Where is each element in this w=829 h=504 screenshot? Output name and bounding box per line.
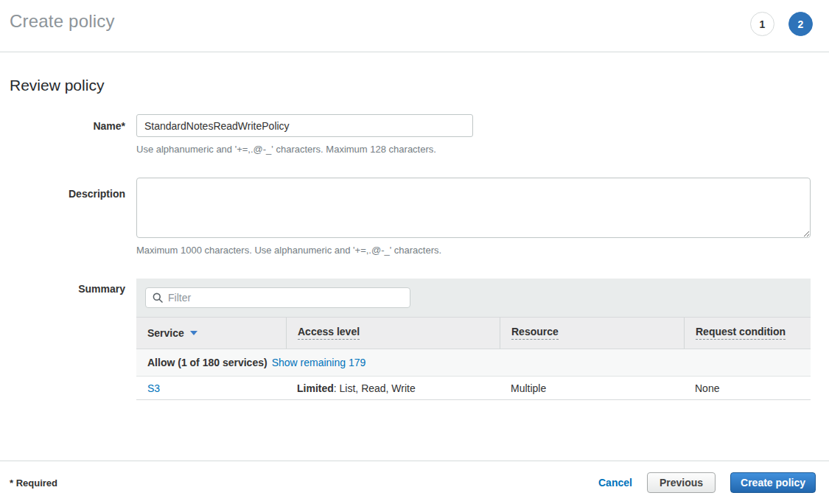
section-heading: Review policy xyxy=(10,77,829,94)
description-label: Description xyxy=(0,178,125,238)
summary-row: Summary Service xyxy=(0,279,829,400)
access-level-detail: : List, Read, Write xyxy=(334,382,416,394)
show-remaining-link[interactable]: Show remaining 179 xyxy=(272,357,366,368)
service-cell: S3 xyxy=(136,382,286,394)
previous-button[interactable]: Previous xyxy=(647,472,716,493)
page-header: Create policy 1 2 xyxy=(0,0,829,52)
policy-description-textarea[interactable] xyxy=(136,178,811,238)
filter-box[interactable] xyxy=(145,287,410,308)
allow-group-row: Allow (1 of 180 services) Show remaining… xyxy=(136,349,811,376)
summary-filter-input[interactable] xyxy=(168,292,403,304)
column-header-access-level[interactable]: Access level xyxy=(286,318,500,349)
wizard-steps: 1 2 xyxy=(750,12,813,36)
summary-table: Service Access level Resource Request co… xyxy=(136,279,811,400)
footer-actions: Cancel Previous Create policy xyxy=(598,472,816,493)
page-title: Create policy xyxy=(10,11,115,32)
caret-down-icon xyxy=(190,331,197,335)
access-level-column-label: Access level xyxy=(298,326,360,340)
request-condition-column-label: Request condition xyxy=(696,326,786,340)
name-label: Name* xyxy=(0,120,125,132)
request-condition-cell: None xyxy=(684,382,811,394)
cancel-link[interactable]: Cancel xyxy=(598,477,632,489)
review-policy-form: Name* Use alphanumeric and '+=,.@-_' cha… xyxy=(0,114,829,400)
resource-cell: Multiple xyxy=(500,382,684,394)
service-column-label: Service xyxy=(147,327,184,339)
column-header-request-condition[interactable]: Request condition xyxy=(684,318,811,349)
page-footer: * Required Cancel Previous Create policy xyxy=(0,461,829,504)
step-indicator-2: 2 xyxy=(788,12,813,36)
summary-filter-band xyxy=(136,279,811,317)
column-header-resource[interactable]: Resource xyxy=(500,318,684,349)
name-help-text: Use alphanumeric and '+=,.@-_' character… xyxy=(136,144,829,155)
allow-group-text: Allow (1 of 180 services) xyxy=(147,357,267,368)
create-policy-button[interactable]: Create policy xyxy=(730,472,816,493)
resource-column-label: Resource xyxy=(511,326,559,340)
step-indicator-1: 1 xyxy=(750,12,774,36)
table-row: S3 Limited: List, Read, Write Multiple N… xyxy=(136,376,811,400)
required-note: * Required xyxy=(10,477,57,489)
description-help-text: Maximum 1000 characters. Use alphanumeri… xyxy=(136,245,829,256)
access-level-prefix: Limited xyxy=(297,382,334,394)
description-row: Description xyxy=(0,178,829,238)
s3-service-link[interactable]: S3 xyxy=(147,382,160,394)
summary-label: Summary xyxy=(0,279,125,400)
access-level-cell: Limited: List, Read, Write xyxy=(286,382,500,394)
summary-table-header: Service Access level Resource Request co… xyxy=(136,317,811,349)
policy-name-input[interactable] xyxy=(136,114,473,137)
search-icon xyxy=(153,293,163,303)
column-header-service[interactable]: Service xyxy=(136,318,286,349)
name-row: Name* xyxy=(0,114,829,137)
